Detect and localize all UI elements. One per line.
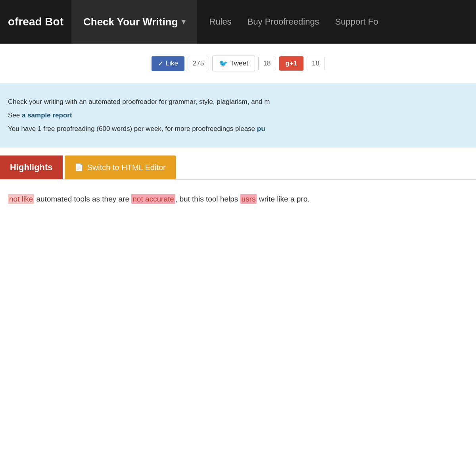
html-editor-tab-label: Switch to HTML Editor bbox=[87, 163, 166, 172]
gplus-button[interactable]: g+1 bbox=[279, 56, 304, 71]
gplus-label: g+1 bbox=[286, 60, 298, 67]
editor-text-2: , but this tool helps bbox=[175, 195, 240, 203]
checkmark-icon: ✓ bbox=[158, 60, 163, 68]
highlights-tab-label: Highlights bbox=[10, 162, 53, 173]
info-line3: You have 1 free proofreading (600 words)… bbox=[8, 122, 468, 136]
purchase-link[interactable]: pu bbox=[257, 125, 265, 132]
tab-html-editor[interactable]: 📄 Switch to HTML Editor bbox=[65, 155, 176, 179]
highlight-not-like[interactable]: not like bbox=[8, 194, 34, 204]
brand-text: ofread Bot bbox=[8, 15, 63, 28]
editor-tabs: Highlights 📄 Switch to HTML Editor bbox=[0, 155, 476, 179]
tweet-button[interactable]: 🐦 Tweet bbox=[212, 56, 255, 71]
nav-buy-link[interactable]: Buy Proofreedings bbox=[248, 17, 319, 27]
gplus-count: 18 bbox=[307, 57, 324, 70]
info-banner: Check your writing with an automated pro… bbox=[0, 83, 476, 148]
dropdown-arrow-icon: ▾ bbox=[182, 17, 185, 26]
like-button[interactable]: ✓ Like bbox=[152, 56, 184, 71]
highlight-usrs[interactable]: usrs bbox=[240, 194, 257, 204]
editor-text-1: automated tools as they are bbox=[34, 195, 131, 203]
info-line2-prefix: See bbox=[8, 111, 22, 119]
like-count: 275 bbox=[188, 57, 209, 70]
editor-text-end: write like a pro. bbox=[257, 195, 309, 203]
navbar: ofread Bot Check Your Writing ▾ Rules Bu… bbox=[0, 0, 476, 44]
editor-area[interactable]: not like automated tools as they are not… bbox=[0, 179, 476, 219]
sample-report-link[interactable]: a sample report bbox=[22, 111, 72, 119]
highlight-not-accurate[interactable]: not accurate bbox=[131, 194, 175, 204]
check-writing-label: Check Your Writing bbox=[83, 16, 178, 28]
nav-links: Rules Buy Proofreedings Support Fo bbox=[197, 0, 476, 44]
info-line1: Check your writing with an automated pro… bbox=[8, 95, 468, 109]
twitter-bird-icon: 🐦 bbox=[219, 59, 228, 68]
info-line3-prefix: You have 1 free proofreading (600 words)… bbox=[8, 125, 257, 132]
tab-highlights[interactable]: Highlights bbox=[0, 155, 63, 179]
like-label: Like bbox=[166, 60, 178, 67]
info-line2: See a sample report bbox=[8, 109, 468, 122]
brand-logo: ofread Bot bbox=[0, 0, 71, 44]
tweet-label: Tweet bbox=[230, 60, 248, 67]
doc-icon: 📄 bbox=[75, 163, 83, 172]
tweet-count: 18 bbox=[258, 57, 276, 70]
check-writing-menu[interactable]: Check Your Writing ▾ bbox=[71, 0, 197, 44]
social-bar: ✓ Like 275 🐦 Tweet 18 g+1 18 bbox=[0, 44, 476, 83]
nav-support-link[interactable]: Support Fo bbox=[335, 17, 378, 27]
nav-rules-link[interactable]: Rules bbox=[209, 17, 231, 27]
